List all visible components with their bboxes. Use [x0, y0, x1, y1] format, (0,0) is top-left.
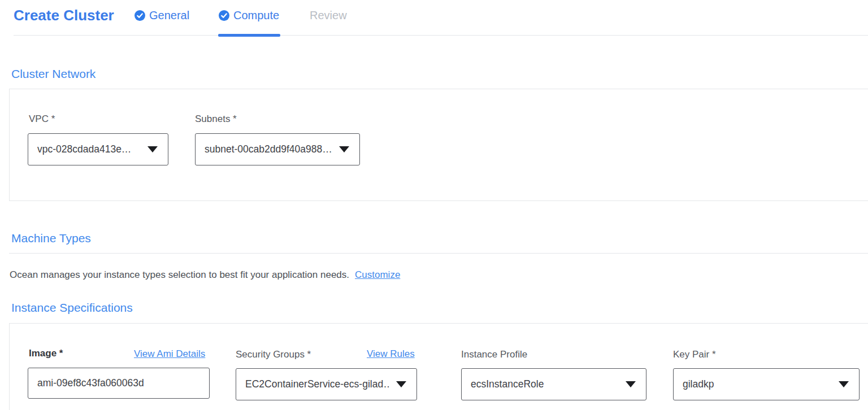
tab-general-label: General	[149, 9, 189, 22]
active-tab-underline	[218, 34, 280, 37]
tab-compute-label: Compute	[233, 9, 279, 22]
subnets-label: Subnets *	[195, 114, 237, 125]
caret-down-icon	[839, 381, 849, 387]
header-divider	[14, 35, 868, 36]
cluster-network-card: VPC * vpc-028cdada413e… Subnets * subnet…	[9, 89, 868, 201]
page-title: Create Cluster	[14, 7, 114, 24]
instance-specifications-heading: Instance Specifications	[11, 301, 133, 315]
tab-review-label: Review	[310, 9, 347, 22]
caret-down-icon	[339, 146, 349, 152]
caret-down-icon	[396, 381, 406, 387]
tab-general[interactable]: General	[134, 9, 189, 22]
subnets-dropdown[interactable]: subnet-00cab2dd9f40a988…	[195, 133, 360, 165]
view-ami-details-link[interactable]: View Ami Details	[134, 348, 205, 360]
instance-profile-dropdown[interactable]: ecsInstanceRole	[461, 368, 646, 400]
key-pair-label: Key Pair *	[673, 349, 716, 360]
security-groups-dropdown-value: EC2ContainerService-ecs-gilad…	[245, 378, 389, 390]
caret-down-icon	[626, 381, 636, 387]
image-input[interactable]	[28, 368, 210, 399]
view-rules-link[interactable]: View Rules	[367, 348, 415, 360]
image-label: Image *	[29, 348, 63, 359]
instance-profile-dropdown-value: ecsInstanceRole	[471, 378, 544, 390]
vpc-dropdown-value: vpc-028cdada413e…	[37, 143, 131, 155]
key-pair-dropdown[interactable]: giladkp	[673, 368, 860, 400]
check-circle-icon	[134, 10, 145, 21]
security-groups-dropdown[interactable]: EC2ContainerService-ecs-gilad…	[236, 368, 417, 400]
vpc-dropdown[interactable]: vpc-028cdada413e…	[28, 133, 168, 165]
instance-specifications-card: Image * View Ami Details Security Groups…	[9, 323, 868, 410]
vpc-label: VPC *	[29, 114, 55, 125]
machine-types-divider	[9, 253, 868, 254]
machine-types-description-text: Ocean manages your instance types select…	[10, 269, 349, 280]
tab-review[interactable]: Review	[310, 9, 347, 22]
customize-link[interactable]: Customize	[355, 269, 400, 280]
caret-down-icon	[147, 146, 158, 152]
key-pair-dropdown-value: giladkp	[683, 378, 714, 390]
tab-compute[interactable]: Compute	[219, 9, 279, 22]
check-circle-icon	[219, 10, 229, 21]
cluster-network-heading: Cluster Network	[11, 67, 96, 81]
machine-types-description: Ocean manages your instance types select…	[10, 269, 400, 281]
machine-types-heading: Machine Types	[11, 232, 91, 245]
subnets-dropdown-value: subnet-00cab2dd9f40a988…	[205, 143, 332, 155]
security-groups-label: Security Groups *	[236, 349, 311, 360]
instance-profile-label: Instance Profile	[461, 349, 527, 360]
